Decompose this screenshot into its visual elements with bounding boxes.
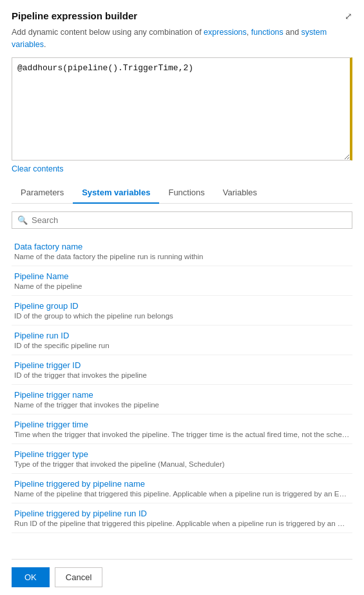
list-item[interactable]: Pipeline NameName of the pipeline <box>12 266 352 296</box>
var-name: Pipeline run ID <box>14 331 350 340</box>
variables-list: Data factory nameName of the data factor… <box>12 237 352 554</box>
tab-functions[interactable]: Functions <box>159 182 213 204</box>
list-item[interactable]: Pipeline trigger nameName of the trigger… <box>12 385 352 415</box>
list-item[interactable]: Pipeline triggered by pipeline nameName … <box>12 474 352 503</box>
var-desc: Type of the trigger that invoked the pip… <box>14 460 350 468</box>
panel-title: Pipeline expression builder <box>12 10 137 21</box>
tab-parameters[interactable]: Parameters <box>12 182 73 204</box>
var-desc: ID of the specific pipeline run <box>14 342 350 349</box>
expression-textarea[interactable] <box>12 57 352 161</box>
list-item[interactable]: Pipeline group IDID of the group to whic… <box>12 296 352 326</box>
list-item[interactable]: Pipeline trigger timeTime when the trigg… <box>12 415 352 444</box>
var-name: Pipeline triggered by pipeline name <box>14 479 350 489</box>
var-name: Pipeline trigger time <box>14 420 350 429</box>
var-desc: ID of the trigger that invokes the pipel… <box>14 371 350 379</box>
search-box: 🔍 <box>12 211 352 229</box>
expand-icon[interactable]: ⤢ <box>345 11 352 21</box>
var-desc: Name of the pipeline that triggered this… <box>14 490 350 498</box>
var-name: Pipeline group ID <box>14 301 350 311</box>
var-desc: Name of the trigger that invokes the pip… <box>14 401 350 409</box>
list-item[interactable]: Pipeline trigger IDID of the trigger tha… <box>12 355 352 385</box>
subtitle: Add dynamic content below using any comb… <box>12 26 352 51</box>
search-icon: 🔍 <box>17 215 28 225</box>
var-name: Pipeline trigger type <box>14 449 350 459</box>
var-desc: Name of the pipeline <box>14 282 350 290</box>
var-desc: Run ID of the pipeline that triggered th… <box>14 520 350 527</box>
var-desc: ID of the group to which the pipeline ru… <box>14 312 350 320</box>
functions-link[interactable]: functions <box>251 28 283 37</box>
ok-button[interactable]: OK <box>12 567 50 587</box>
var-desc: Name of the data factory the pipeline ru… <box>14 253 350 260</box>
var-name: Data factory name <box>14 242 350 251</box>
var-desc: Time when the trigger that invoked the p… <box>14 431 350 438</box>
footer: OK Cancel <box>12 559 352 595</box>
var-name: Pipeline triggered by pipeline run ID <box>14 509 350 518</box>
tab-variables[interactable]: Variables <box>214 182 266 204</box>
tab-system-variables[interactable]: System variables <box>73 182 159 204</box>
list-item[interactable]: Pipeline run IDID of the specific pipeli… <box>12 326 352 355</box>
search-input[interactable] <box>32 215 347 225</box>
list-item[interactable]: Data factory nameName of the data factor… <box>12 237 352 266</box>
expressions-link[interactable]: expressions <box>204 28 247 37</box>
var-name: Pipeline trigger name <box>14 390 350 400</box>
list-item[interactable]: Pipeline trigger typeType of the trigger… <box>12 444 352 474</box>
clear-contents-link[interactable]: Clear contents <box>12 164 352 173</box>
cancel-button[interactable]: Cancel <box>55 567 102 587</box>
var-name: Pipeline trigger ID <box>14 360 350 370</box>
tabs-bar: Parameters System variables Functions Va… <box>12 182 352 204</box>
list-item[interactable]: Pipeline triggered by pipeline run IDRun… <box>12 503 352 533</box>
var-name: Pipeline Name <box>14 271 350 281</box>
